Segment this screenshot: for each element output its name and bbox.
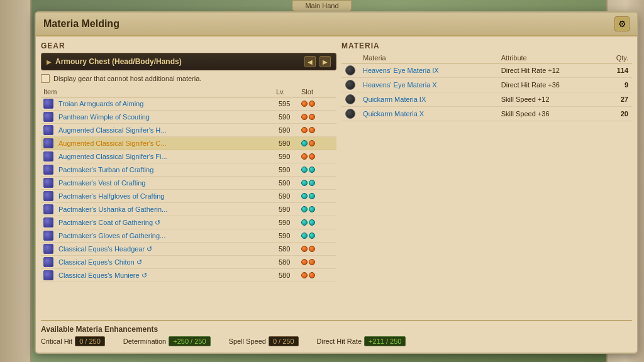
gear-list-item[interactable]: Pactmaker's Ushanka of Gatherin...590: [41, 203, 336, 216]
gear-item-level: 580: [276, 243, 299, 256]
materia-table: Materia Attribute Qty. Heavens' Eye Mate…: [341, 53, 632, 121]
slot-dot: [301, 206, 308, 212]
checkbox-row: Display gear that cannot host additional…: [41, 74, 336, 83]
gear-item-level: 590: [276, 111, 299, 124]
nav-next-button[interactable]: ▶: [319, 56, 331, 67]
gear-type-icon: [43, 270, 53, 280]
gear-item-slots: [299, 97, 336, 111]
slot-dot: [309, 259, 315, 265]
materia-attribute: Skill Speed +12: [497, 92, 607, 107]
gear-list-item[interactable]: Panthean Wimple of Scouting590: [41, 111, 336, 124]
slot-dot: [301, 127, 308, 133]
col-attribute: Attribute: [497, 53, 607, 63]
gear-list-item[interactable]: Classical Eques's Muniere ↺580: [41, 269, 336, 282]
slot-dot: [301, 114, 308, 120]
main-hand-label: Main Hand: [305, 2, 338, 9]
gear-item-level: 590: [276, 203, 299, 216]
gear-type-icon: [43, 125, 53, 135]
gear-item-level: 590: [276, 216, 299, 229]
gear-item-name: Classical Eques's Muniere ↺: [58, 272, 147, 279]
slot-dot: [301, 233, 308, 239]
gear-panel: GEAR ▶ Armoury Chest (Head/Body/Hands) ◀…: [41, 41, 336, 320]
gear-item-level: 590: [276, 190, 299, 203]
materia-list-item[interactable]: Heavens' Eye Materia IXDirect Hit Rate +…: [341, 63, 632, 78]
enhancement-stat-name: Critical Hit: [41, 337, 72, 345]
gear-item-slots: [299, 190, 336, 203]
materia-list-item[interactable]: Quickarm Materia IXSkill Speed +1227: [341, 92, 632, 107]
main-hand-tab[interactable]: Main Hand: [292, 0, 352, 11]
slot-dot: [309, 193, 315, 199]
gear-item-slots: [299, 163, 336, 177]
gear-type-icon: [43, 151, 53, 162]
gear-list-item[interactable]: Pactmaker's Turban of Crafting590: [41, 163, 336, 177]
gear-item-slots: [299, 150, 336, 163]
checkbox-label: Display gear that cannot host additional…: [53, 75, 201, 82]
display-checkbox[interactable]: [41, 74, 50, 83]
gear-list-item[interactable]: Pactmaker's Halfgloves of Crafting590: [41, 190, 336, 203]
enhancement-stat-value: 0 / 250: [269, 336, 299, 346]
gear-item-level: 590: [276, 124, 299, 137]
main-window: Materia Melding ⚙ GEAR ▶ Armoury Chest (…: [35, 11, 638, 354]
gear-list[interactable]: Troian Armguards of Aiming595Panthean Wi…: [41, 97, 336, 311]
materia-orb-icon: [345, 94, 355, 104]
gear-list-item[interactable]: Troian Armguards of Aiming595: [41, 97, 336, 111]
enhancement-stat-value: +250 / 250: [169, 336, 210, 346]
slot-dot: [309, 219, 315, 226]
materia-qty: 27: [607, 92, 632, 107]
slot-dot: [301, 219, 308, 226]
enhancements-row: Critical Hit0 / 250Determination+250 / 2…: [41, 336, 632, 346]
gear-list-item[interactable]: Pactmaker's Coat of Gathering ↺590: [41, 216, 336, 229]
materia-orb-icon: [345, 65, 355, 75]
title-bar: Materia Melding ⚙: [36, 13, 637, 36]
materia-qty: 9: [607, 78, 632, 92]
gear-item-name: Troian Armguards of Aiming: [58, 100, 143, 107]
gear-type-icon: [43, 244, 53, 254]
slot-dot: [301, 101, 308, 107]
materia-attribute: Skill Speed +36: [497, 107, 607, 121]
gear-item-slots: [299, 269, 336, 282]
gear-list-item[interactable]: Pactmaker's Vest of Crafting590: [41, 177, 336, 190]
col-item: Item: [41, 87, 274, 97]
settings-button[interactable]: ⚙: [614, 16, 630, 31]
gear-item-slots: [299, 137, 336, 150]
nav-prev-button[interactable]: ◀: [304, 56, 316, 67]
gear-type-icon: [43, 138, 53, 148]
gear-item-name: Panthean Wimple of Scouting: [58, 113, 150, 121]
slot-dot: [309, 180, 315, 186]
gear-item-level: 590: [276, 137, 299, 150]
slot-dot: [301, 153, 308, 160]
col-slot: Slot: [299, 87, 336, 97]
gear-list-item[interactable]: Augmented Classical Signifer's Fi...590: [41, 150, 336, 163]
slot-dot: [309, 233, 315, 239]
materia-section-label: MATERIA: [341, 41, 632, 50]
gear-list-item[interactable]: Augmented Classical Signifer's C...590: [41, 137, 336, 150]
gear-item-level: 580: [276, 256, 299, 269]
gear-list-item[interactable]: Augmented Classical Signifer's H...590: [41, 124, 336, 137]
gear-item-slots: [299, 256, 336, 269]
gear-item-slots: [299, 243, 336, 256]
enhancement-stat-value: 0 / 250: [75, 336, 105, 346]
gear-list-item[interactable]: Classical Eques's Chiton ↺580: [41, 256, 336, 269]
materia-list-item[interactable]: Quickarm Materia XSkill Speed +3620: [341, 107, 632, 121]
enhancement-stat-name: Direct Hit Rate: [317, 337, 362, 345]
gear-item-level: 590: [276, 229, 299, 243]
gear-item-name: Pactmaker's Turban of Crafting: [58, 166, 153, 173]
gear-list-item[interactable]: Classical Eques's Headgear ↺580: [41, 243, 336, 256]
materia-attribute: Direct Hit Rate +12: [497, 63, 607, 78]
gear-item-slots: [299, 177, 336, 190]
enhancement-item: Spell Speed0 / 250: [229, 336, 299, 346]
gear-selector[interactable]: ▶ Armoury Chest (Head/Body/Hands) ◀ ▶: [41, 53, 336, 70]
gear-item-name: Pactmaker's Halfgloves of Crafting: [58, 192, 164, 200]
slot-dot: [301, 167, 308, 173]
materia-orb-icon: [345, 80, 355, 90]
enhancement-item: Determination+250 / 250: [123, 336, 211, 346]
gear-item-slots: [299, 229, 336, 243]
col-materia-name: Materia: [359, 53, 497, 63]
enhancement-stat-name: Determination: [123, 337, 166, 345]
materia-list-item[interactable]: Heavens' Eye Materia XDirect Hit Rate +3…: [341, 78, 632, 92]
gear-list-item[interactable]: Pactmaker's Gloves of Gathering...590: [41, 229, 336, 243]
gear-type-icon: [43, 217, 53, 228]
gear-type-icon: [43, 165, 53, 175]
gear-item-name: Pactmaker's Vest of Crafting: [58, 179, 145, 187]
gear-item-name: Pactmaker's Gloves of Gathering...: [58, 232, 165, 239]
